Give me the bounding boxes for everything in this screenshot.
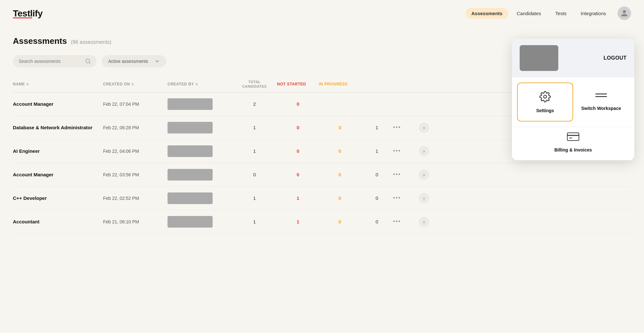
cell-in-progress: 0 (319, 172, 361, 177)
chevron-down-icon (155, 59, 160, 64)
cell-not-started: 1 (277, 219, 319, 224)
view-button[interactable]: › (419, 146, 429, 156)
view-button[interactable]: › (419, 217, 429, 227)
cell-date: Feb 21, 06:10 PM (103, 219, 168, 224)
cell-not-started: 0 (277, 148, 319, 154)
view-button[interactable]: › (419, 193, 429, 203)
nav-item-assessments[interactable]: Assessments (466, 8, 508, 19)
settings-label: Settings (536, 108, 554, 113)
settings-item[interactable]: Settings (517, 83, 573, 122)
cell-total: 1 (232, 195, 277, 201)
cell-in-progress: 0 (319, 125, 361, 130)
search-icon (85, 58, 91, 64)
nav-item-candidates[interactable]: Candidates (511, 8, 547, 19)
dropdown-header: LOGOUT (512, 39, 634, 77)
nav: Assessments Candidates Tests Integration… (466, 6, 631, 20)
cell-total: 0 (232, 172, 277, 177)
col-header-in-progress: IN PROGRESS (319, 80, 361, 89)
cell-total: 1 (232, 148, 277, 154)
cell-total: 1 (232, 219, 277, 224)
blurred-avatar (168, 192, 213, 204)
blurred-avatar (168, 98, 213, 110)
filter-dropdown[interactable]: Active assessments (102, 55, 166, 67)
more-options-button[interactable]: ••• (393, 124, 401, 131)
svg-line-1 (89, 62, 90, 63)
table-row: Account Manager Feb 22, 03:56 PM 0 0 0 0… (13, 163, 631, 187)
more-options-button[interactable]: ••• (393, 171, 401, 178)
cell-name: AI Engineer (13, 148, 103, 154)
svg-point-2 (544, 95, 547, 98)
nav-item-integrations[interactable]: Integrations (575, 8, 612, 19)
sort-icon-created-on: ⇅ (131, 83, 134, 86)
cell-dots[interactable]: ••• (393, 148, 419, 154)
search-box[interactable] (13, 55, 97, 67)
cell-arrow: › (419, 170, 432, 180)
switch-workspace-item[interactable]: Switch Workspace (573, 83, 629, 122)
billing-section[interactable]: Billing & Invoices (512, 127, 634, 160)
cell-arrow: › (419, 146, 432, 156)
credit-card-icon (567, 132, 580, 143)
col-header-total-candidates: TOTAL CANDIDATES (232, 80, 277, 89)
col-header-created-on: CREATED ON ⇅ (103, 80, 168, 89)
blurred-avatar (168, 122, 213, 133)
cell-completed: 0 (361, 172, 393, 177)
cell-date: Feb 22, 03:56 PM (103, 172, 168, 177)
cell-completed: 1 (361, 125, 393, 130)
cell-name: C++ Developer (13, 195, 103, 201)
cell-in-progress: 0 (319, 195, 361, 201)
col-header-arrow (419, 80, 432, 89)
cell-not-started: 0 (277, 172, 319, 177)
sort-icon-name: ⇅ (26, 83, 29, 86)
cell-completed: 1 (361, 148, 393, 154)
cell-created-by (168, 216, 232, 228)
more-options-button[interactable]: ••• (393, 148, 401, 154)
nav-item-tests[interactable]: Tests (550, 8, 572, 19)
col-header-created-by: CREATED BY ⇅ (168, 80, 232, 89)
view-button[interactable]: › (419, 122, 429, 133)
table-row: C++ Developer Feb 22, 02:52 PM 1 1 0 0 •… (13, 187, 631, 210)
user-icon (620, 9, 628, 17)
filter-dropdown-label: Active assessments (108, 59, 148, 64)
billing-label: Billing & Invoices (554, 147, 592, 152)
cell-not-started: 0 (277, 101, 319, 107)
cell-name: Accountant (13, 219, 103, 224)
cell-in-progress: 0 (319, 148, 361, 154)
cell-name: Database & Network Administrator (13, 125, 103, 130)
more-options-button[interactable]: ••• (393, 195, 401, 201)
cell-dots[interactable]: ••• (393, 171, 419, 178)
cell-in-progress: 0 (319, 219, 361, 224)
cell-dots[interactable]: ••• (393, 124, 419, 131)
switch-workspace-icon (595, 93, 607, 103)
cell-created-by (168, 169, 232, 181)
cell-created-by (168, 122, 232, 133)
cell-created-by (168, 192, 232, 204)
user-avatar-placeholder (520, 45, 558, 71)
avatar-button[interactable] (618, 6, 631, 20)
col-header-actions (393, 80, 419, 89)
cell-created-by (168, 145, 232, 157)
cell-date: Feb 22, 04:06 PM (103, 149, 168, 154)
user-dropdown: LOGOUT Settings Switch Workspace (512, 39, 634, 160)
header: Testlify Assessments Candidates Tests In… (0, 0, 644, 26)
cell-date: Feb 22, 02:52 PM (103, 196, 168, 201)
cell-not-started: 1 (277, 195, 319, 201)
view-button[interactable]: › (419, 170, 429, 180)
cell-dots[interactable]: ••• (393, 195, 419, 201)
col-header-name: NAME ⇅ (13, 80, 103, 89)
search-input[interactable] (19, 59, 82, 64)
dropdown-grid: Settings Switch Workspace (512, 77, 634, 127)
cell-arrow: › (419, 122, 432, 133)
logo-underline (13, 17, 32, 18)
logout-button[interactable]: LOGOUT (604, 55, 627, 61)
more-options-button[interactable]: ••• (393, 218, 401, 225)
cell-dots[interactable]: ••• (393, 218, 419, 225)
cell-name: Account Manager (13, 101, 103, 107)
blurred-avatar (168, 169, 213, 181)
cell-arrow: › (419, 217, 432, 227)
switch-workspace-label: Switch Workspace (581, 106, 621, 111)
blurred-avatar (168, 145, 213, 157)
page-subtitle: (96 assessments) (71, 39, 111, 45)
cell-arrow: › (419, 193, 432, 203)
col-header-not-started: NOT STARTED (277, 80, 319, 89)
gear-icon (539, 91, 551, 105)
